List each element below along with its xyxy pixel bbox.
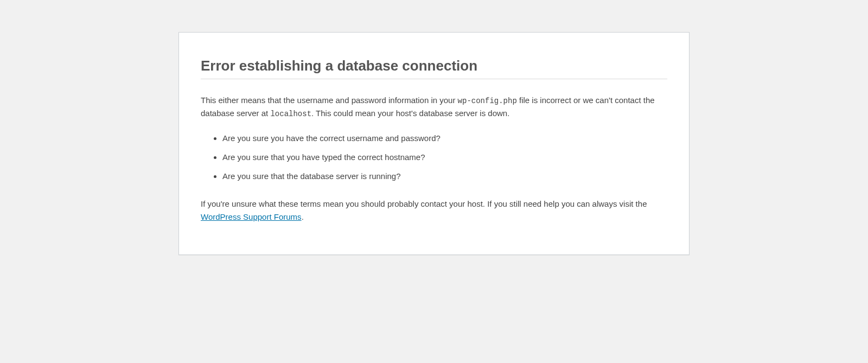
list-item: Are you sure that the database server is…: [222, 170, 667, 183]
intro-text-pre: This either means that the username and …: [201, 95, 458, 105]
error-card: Error establishing a database connection…: [178, 32, 690, 255]
footer-text-post: .: [302, 212, 304, 221]
footer-text-pre: If you're unsure what these terms mean y…: [201, 199, 647, 208]
support-forums-link[interactable]: WordPress Support Forums: [201, 212, 302, 221]
error-heading: Error establishing a database connection: [201, 58, 667, 79]
error-intro-paragraph: This either means that the username and …: [201, 94, 667, 120]
list-item: Are you sure that you have typed the cor…: [222, 151, 667, 164]
db-host-code: localhost: [270, 110, 311, 118]
troubleshoot-list: Are you sure you have the correct userna…: [201, 132, 667, 183]
intro-text-post: . This could mean your host's database s…: [311, 109, 509, 118]
config-file-code: wp-config.php: [458, 97, 517, 105]
list-item: Are you sure you have the correct userna…: [222, 132, 667, 145]
error-footer-paragraph: If you're unsure what these terms mean y…: [201, 198, 667, 224]
